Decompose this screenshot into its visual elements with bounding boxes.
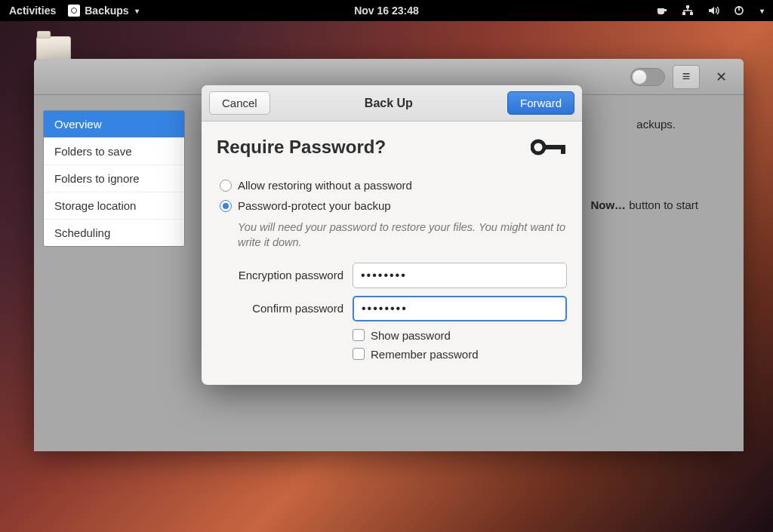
dialog-headerbar: Cancel Back Up Forward	[202, 85, 582, 121]
clock[interactable]: Nov 16 23:48	[354, 5, 419, 17]
sidebar-item-overview[interactable]: Overview	[44, 111, 184, 138]
svg-rect-7	[561, 145, 565, 154]
sidebar-item-label: Scheduling	[54, 226, 110, 239]
key-icon	[531, 138, 567, 156]
top-panel: Activities Backups ▾ Nov 16 23:48 ▾	[0, 0, 773, 21]
hamburger-icon: ≡	[682, 69, 691, 85]
close-icon: ✕	[716, 69, 727, 85]
checkbox-icon	[353, 329, 365, 341]
svg-rect-1	[682, 12, 685, 15]
system-menu-chevron-icon[interactable]: ▾	[760, 7, 764, 15]
checkbox-icon	[353, 348, 365, 360]
checkbox-label: Remember password	[371, 348, 479, 361]
sidebar-item-folders-save[interactable]: Folders to save	[44, 138, 184, 165]
sidebar-item-label: Storage location	[54, 199, 136, 212]
cancel-button[interactable]: Cancel	[209, 91, 270, 115]
forward-button[interactable]: Forward	[507, 91, 574, 115]
power-icon[interactable]	[733, 5, 745, 17]
toggle-knob	[632, 69, 647, 85]
dialog-title: Back Up	[365, 97, 413, 110]
window-close-button[interactable]: ✕	[707, 65, 735, 89]
checkbox-label: Show password	[371, 329, 451, 342]
svg-rect-2	[690, 12, 693, 15]
sidebar-item-label: Folders to save	[54, 145, 132, 158]
sidebar-item-label: Folders to ignore	[54, 172, 140, 185]
dialog-body: Require Password? Allow restoring withou…	[202, 121, 582, 385]
chevron-down-icon: ▾	[135, 7, 139, 15]
app-name-label: Backups	[85, 5, 128, 17]
confirm-password-input[interactable]	[353, 296, 567, 321]
encryption-password-input[interactable]	[353, 263, 567, 288]
svg-rect-0	[686, 5, 689, 8]
show-password-checkbox[interactable]: Show password	[353, 329, 567, 342]
password-hint: You will need your password to restore y…	[238, 220, 567, 251]
sidebar-item-label: Overview	[54, 118, 102, 131]
radio-password-protect[interactable]: Password-protect your backup	[217, 199, 567, 212]
password-dialog: Cancel Back Up Forward Require Password?…	[202, 85, 582, 385]
radio-unchecked-icon	[220, 180, 232, 192]
radio-checked-icon	[220, 200, 232, 212]
radio-allow-restore[interactable]: Allow restoring without a password	[217, 179, 567, 192]
content-text-rest: button to start	[626, 198, 698, 211]
app-menu[interactable]: Backups ▾	[68, 5, 138, 17]
sidebar-list: Overview Folders to save Folders to igno…	[43, 110, 185, 247]
activities-button[interactable]: Activities	[9, 5, 56, 17]
network-icon[interactable]	[682, 5, 694, 17]
backups-app-icon	[68, 5, 80, 17]
radio-label: Password-protect your backup	[238, 199, 391, 212]
radio-label: Allow restoring without a password	[238, 179, 412, 192]
hamburger-menu-button[interactable]: ≡	[673, 65, 700, 89]
encryption-password-label: Encryption password	[217, 269, 343, 281]
svg-point-5	[532, 141, 544, 153]
dialog-heading: Require Password?	[217, 137, 386, 158]
backup-now-label: Now…	[590, 198, 626, 211]
sidebar: Overview Folders to save Folders to igno…	[34, 95, 185, 451]
caffeine-icon[interactable]	[656, 5, 668, 17]
sidebar-item-scheduling[interactable]: Scheduling	[44, 220, 184, 246]
sidebar-item-folders-ignore[interactable]: Folders to ignore	[44, 165, 184, 192]
auto-backup-toggle[interactable]	[630, 68, 665, 86]
confirm-password-label: Confirm password	[217, 302, 343, 315]
sidebar-item-storage[interactable]: Storage location	[44, 192, 184, 220]
remember-password-checkbox[interactable]: Remember password	[353, 348, 567, 361]
volume-icon[interactable]	[707, 5, 719, 17]
